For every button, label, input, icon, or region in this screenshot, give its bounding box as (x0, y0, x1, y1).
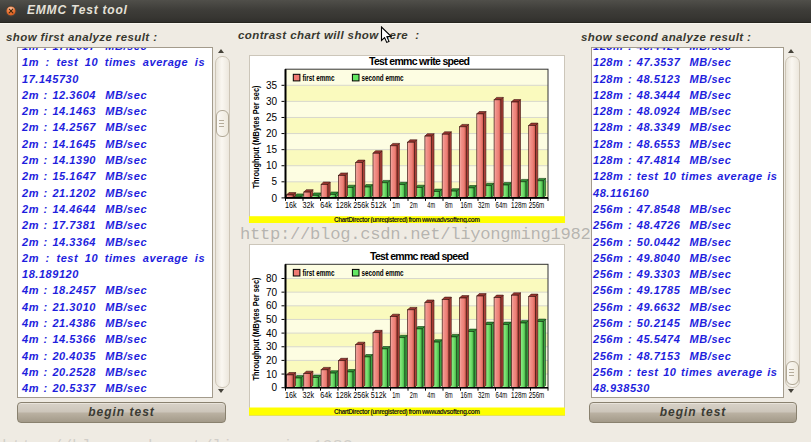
svg-text:1m: 1m (392, 200, 400, 210)
svg-text:128m: 128m (511, 200, 527, 210)
svg-text:32m: 32m (478, 390, 490, 400)
svg-text:8m: 8m (445, 390, 453, 400)
svg-text:10: 10 (266, 369, 278, 380)
svg-text:Test emmc read speed: Test emmc read speed (370, 250, 469, 262)
svg-text:40: 40 (266, 328, 278, 339)
svg-text:256k: 256k (353, 200, 369, 210)
svg-text:64k: 64k (320, 200, 332, 210)
svg-text:2m: 2m (410, 200, 418, 210)
svg-text:15: 15 (266, 144, 278, 155)
svg-text:20: 20 (266, 128, 278, 139)
svg-text:32k: 32k (303, 390, 315, 400)
svg-text:30: 30 (266, 96, 278, 107)
svg-text:35: 35 (266, 80, 278, 91)
svg-text:8m: 8m (445, 200, 453, 210)
svg-text:512k: 512k (371, 200, 387, 210)
svg-text:128m: 128m (511, 390, 527, 400)
svg-text:20: 20 (266, 355, 278, 366)
svg-text:second emmc: second emmc (362, 268, 404, 278)
svg-text:4m: 4m (427, 390, 435, 400)
svg-text:128k: 128k (336, 390, 352, 400)
svg-text:60: 60 (266, 300, 278, 311)
svg-text:ChartDirector (unregistered) f: ChartDirector (unregistered) from www.ad… (334, 216, 480, 223)
svg-text:10: 10 (266, 160, 278, 171)
svg-text:16m: 16m (460, 390, 472, 400)
svg-text:80: 80 (266, 273, 278, 284)
svg-text:Throughput (MBytes Per sec): Throughput (MBytes Per sec) (251, 86, 261, 189)
svg-text:64m: 64m (496, 200, 508, 210)
svg-text:0: 0 (271, 193, 277, 204)
svg-text:16m: 16m (460, 200, 472, 210)
svg-text:1m: 1m (392, 390, 400, 400)
svg-text:32m: 32m (478, 200, 490, 210)
svg-text:second emmc: second emmc (362, 73, 404, 83)
svg-text:128k: 128k (336, 200, 352, 210)
svg-text:16k: 16k (285, 390, 297, 400)
svg-text:ChartDirector (unregistered) f: ChartDirector (unregistered) from www.ad… (334, 408, 480, 416)
svg-text:64k: 64k (320, 390, 332, 400)
svg-text:4m: 4m (427, 200, 435, 210)
svg-text:64m: 64m (496, 390, 508, 400)
svg-text:70: 70 (266, 287, 278, 298)
svg-text:first emmc: first emmc (303, 268, 335, 278)
svg-text:50: 50 (266, 314, 278, 325)
svg-text:256k: 256k (353, 390, 369, 400)
svg-text:30: 30 (266, 341, 278, 352)
svg-text:512k: 512k (371, 390, 387, 400)
svg-text:5: 5 (271, 176, 277, 187)
svg-text:25: 25 (266, 112, 278, 123)
svg-text:Test emmc write speed: Test emmc write speed (369, 55, 470, 67)
svg-text:2m: 2m (410, 390, 418, 400)
svg-text:0: 0 (271, 382, 277, 393)
svg-text:first emmc: first emmc (303, 73, 335, 83)
svg-text:16k: 16k (285, 200, 297, 210)
svg-text:32k: 32k (303, 200, 315, 210)
svg-text:Throughput (MBytes Per sec): Throughput (MBytes Per sec) (251, 278, 261, 381)
svg-text:256m: 256m (529, 390, 545, 400)
svg-text:256m: 256m (529, 200, 545, 210)
